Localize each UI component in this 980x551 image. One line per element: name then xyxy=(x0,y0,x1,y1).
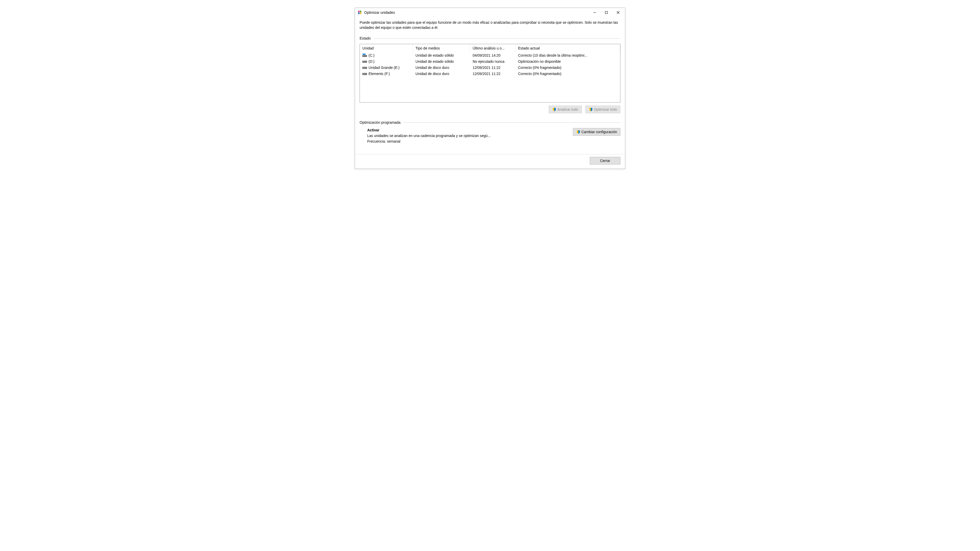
cell-media: Unidad de disco duro xyxy=(413,71,470,77)
cell-status: Correcto (0% fragmentado) xyxy=(515,71,620,77)
scheduled-frequency: Frecuencia: semanal xyxy=(367,139,490,143)
cell-status: Correcto (0% fragmentado) xyxy=(515,65,620,71)
svg-rect-9 xyxy=(363,56,367,57)
description-text: Puede optimizar las unidades para que el… xyxy=(360,20,620,30)
table-row[interactable]: (D:)Unidad de estado sólidoNo ejecutado … xyxy=(360,59,620,65)
shield-icon xyxy=(576,130,580,134)
svg-rect-5 xyxy=(605,11,608,14)
column-header-unit[interactable]: Unidad xyxy=(360,44,413,52)
divider xyxy=(404,122,620,123)
scheduled-label: Optimización programada xyxy=(360,121,401,124)
cell-status: Correcto (10 días desde la última reopti… xyxy=(515,52,620,59)
scheduled-body: Activar Las unidades se analizan en una … xyxy=(360,128,620,145)
action-row: Analizar todo Optimizar todo xyxy=(360,106,620,113)
svg-rect-3 xyxy=(360,13,361,14)
change-settings-button[interactable]: Cambiar configuración xyxy=(573,128,620,136)
cell-media: Unidad de disco duro xyxy=(413,65,470,71)
svg-point-17 xyxy=(366,68,366,68)
content: Puede optimizar las unidades para que el… xyxy=(355,17,625,168)
titlebar: Optimizar unidades xyxy=(355,8,625,17)
table-row[interactable]: Elements (F:)Unidad de disco duro12/09/2… xyxy=(360,71,620,77)
close-label: Cerrar xyxy=(600,159,610,163)
app-icon xyxy=(358,10,362,15)
maximize-button[interactable] xyxy=(600,9,612,16)
svg-rect-2 xyxy=(358,13,360,14)
optimize-all-label: Optimizar todo xyxy=(594,107,617,111)
cell-unit: Unidad Grande (E:) xyxy=(360,65,413,71)
drive-name: (D:) xyxy=(369,59,374,64)
svg-rect-0 xyxy=(358,11,360,12)
optimize-drives-window: Optimizar unidades Puede optimizar las u… xyxy=(355,8,625,169)
drive-icon xyxy=(363,72,367,76)
cell-media: Unidad de estado sólido xyxy=(413,52,470,59)
cell-last: 12/09/2021 11:22 xyxy=(470,65,515,71)
svg-rect-10 xyxy=(363,54,364,55)
column-header-last[interactable]: Último análisis u o... xyxy=(470,44,515,52)
cell-status: Optimización no disponible xyxy=(515,59,620,65)
scheduled-text: Activar Las unidades se analizan en una … xyxy=(360,128,490,145)
scheduled-section-header: Optimización programada xyxy=(360,121,620,124)
drive-icon xyxy=(363,66,367,69)
drive-icon xyxy=(363,54,367,57)
window-controls xyxy=(589,9,624,16)
optimize-all-button[interactable]: Optimizar todo xyxy=(585,106,620,113)
cell-unit: (D:) xyxy=(360,59,413,65)
table-row[interactable]: Unidad Grande (E:)Unidad de disco duro12… xyxy=(360,65,620,71)
drive-name: Unidad Grande (E:) xyxy=(369,65,399,70)
drive-name: Elements (F:) xyxy=(369,72,390,76)
analyze-all-button[interactable]: Analizar todo xyxy=(549,106,582,113)
close-dialog-button[interactable]: Cerrar xyxy=(590,157,620,165)
svg-rect-1 xyxy=(360,11,361,12)
cell-unit: (C:) xyxy=(360,52,413,59)
svg-point-14 xyxy=(366,62,366,62)
status-section-header: Estado xyxy=(360,36,620,40)
column-header-status[interactable]: Estado actual xyxy=(515,44,620,52)
svg-point-20 xyxy=(366,74,366,74)
cell-last: 04/09/2021 14:20 xyxy=(470,52,515,59)
footer: Cerrar xyxy=(360,157,620,165)
close-button[interactable] xyxy=(612,9,624,16)
drives-table: Unidad Tipo de medios Último análisis u … xyxy=(360,44,620,103)
status-label: Estado xyxy=(360,36,371,40)
table-row[interactable]: (C:)Unidad de estado sólido04/09/2021 14… xyxy=(360,52,620,59)
drive-icon xyxy=(363,60,367,63)
footer-separator xyxy=(355,154,625,154)
cell-last: 12/09/2021 11:22 xyxy=(470,71,515,77)
cell-media: Unidad de estado sólido xyxy=(413,59,470,65)
analyze-all-label: Analizar todo xyxy=(557,107,578,111)
table-body: (C:)Unidad de estado sólido04/09/2021 14… xyxy=(360,52,620,77)
shield-icon xyxy=(552,107,556,111)
cell-unit: Elements (F:) xyxy=(360,71,413,77)
minimize-button[interactable] xyxy=(589,9,600,16)
change-settings-label: Cambiar configuración xyxy=(581,130,617,134)
scheduled-title: Activar xyxy=(367,128,490,132)
table-header: Unidad Tipo de medios Último análisis u … xyxy=(360,44,620,52)
shield-icon xyxy=(589,107,593,111)
column-header-media[interactable]: Tipo de medios xyxy=(413,44,470,52)
drive-name: (C:) xyxy=(369,53,374,57)
scheduled-description: Las unidades se analizan en una cadencia… xyxy=(367,134,490,138)
cell-last: No ejecutado nunca xyxy=(470,59,515,65)
svg-rect-11 xyxy=(364,54,366,55)
window-title: Optimizar unidades xyxy=(364,11,589,14)
